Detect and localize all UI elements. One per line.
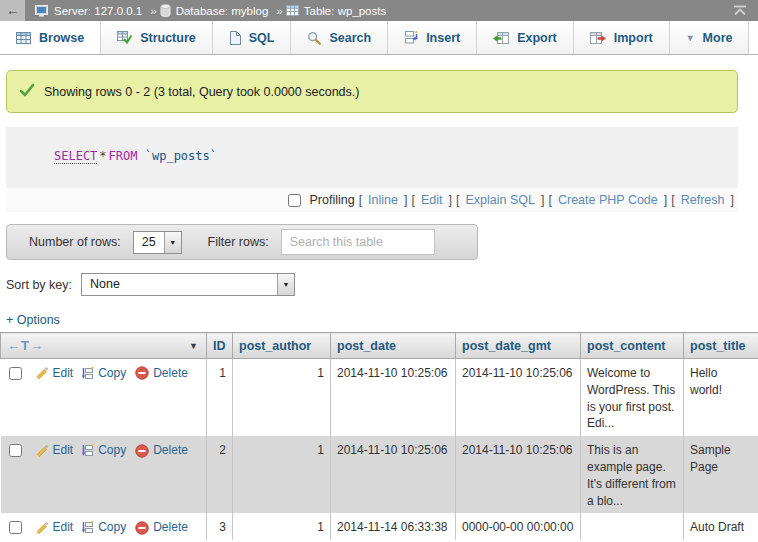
number-of-rows-select[interactable]: 25 ▼	[133, 231, 182, 254]
pencil-icon	[34, 444, 49, 458]
bracket: [	[456, 193, 459, 207]
breadcrumb-database-label: Database: myblog	[176, 5, 269, 17]
bracket: [	[359, 193, 362, 207]
cell-id: 1	[207, 359, 233, 437]
column-header-post-content[interactable]: post_content	[581, 333, 684, 359]
refresh-link[interactable]: Refresh	[681, 193, 725, 207]
bracket: ]	[541, 193, 544, 207]
sql-keyword-select[interactable]: SELECT	[54, 149, 97, 164]
tab-search[interactable]: Search	[291, 21, 388, 54]
tab-more[interactable]: ▼ More	[670, 21, 750, 54]
edit-row-link[interactable]: Edit	[34, 365, 74, 382]
tab-label: Search	[329, 31, 371, 45]
tab-label: Import	[614, 31, 653, 45]
bracket: ]	[731, 193, 734, 207]
profiling-label: Profiling	[309, 193, 354, 207]
rows-control-bar: Number of rows: 25 ▼ Filter rows:	[6, 224, 478, 260]
breadcrumb-server-label: Server: 127.0.0.1	[54, 5, 142, 17]
column-header-post-date[interactable]: post_date	[331, 333, 456, 359]
column-header-post-title[interactable]: post_title	[684, 333, 758, 359]
inline-link[interactable]: Inline	[368, 193, 398, 207]
options-toggle-link[interactable]: + Options	[6, 313, 60, 327]
tab-label: Export	[517, 31, 557, 45]
breadcrumb-server[interactable]: Server: 127.0.0.1	[35, 5, 142, 17]
search-icon	[307, 31, 321, 45]
tab-browse[interactable]: Browse	[0, 21, 101, 54]
insert-icon	[404, 31, 418, 44]
delete-row-link[interactable]: Delete	[135, 442, 188, 459]
breadcrumb-separator: »	[150, 5, 156, 17]
cell-post-date: 2014-11-10 10:25:06	[331, 436, 456, 513]
column-header-id[interactable]: ID	[207, 333, 233, 359]
breadcrumb-table-label: Table: wp_posts	[304, 5, 386, 17]
tab-import[interactable]: Import	[574, 21, 670, 54]
tab-label: SQL	[249, 31, 275, 45]
sql-page-icon	[229, 31, 241, 45]
bracket: [	[671, 193, 674, 207]
row-checkbox[interactable]	[9, 367, 22, 380]
delete-row-link[interactable]: Delete	[135, 365, 188, 382]
cell-post-author: 1	[233, 513, 331, 540]
explain-sql-link[interactable]: Explain SQL	[465, 193, 534, 207]
edit-row-link[interactable]: Edit	[34, 519, 74, 536]
breadcrumb-table[interactable]: Table: wp_posts	[286, 5, 386, 17]
back-arrow-icon[interactable]: ←	[0, 0, 25, 21]
cell-post-date-gmt: 0000-00-00 00:00:00	[456, 513, 581, 540]
header-row: ←T→ ▼ ID post_author post_date post_date…	[1, 333, 758, 359]
table-row: Edit Copy Delete 2 1 2014-11-10 10:25:06…	[1, 436, 758, 513]
cell-id: 3	[207, 513, 233, 540]
structure-icon	[117, 31, 132, 44]
breadcrumb-database[interactable]: Database: myblog	[160, 4, 269, 17]
delete-link-label: Delete	[153, 365, 188, 382]
table-row: Edit Copy Delete 3 1 2014-11-14 06:33:38…	[1, 513, 758, 540]
edit-link-label: Edit	[53, 365, 74, 382]
filter-rows-input[interactable]	[281, 229, 435, 255]
copy-row-link[interactable]: Copy	[82, 519, 126, 536]
tab-insert[interactable]: Insert	[388, 21, 477, 54]
tab-label: Insert	[426, 31, 460, 45]
sql-star: *	[99, 149, 106, 163]
pencil-icon	[34, 521, 49, 535]
cell-post-date: 2014-11-14 06:33:38	[331, 513, 456, 540]
edit-link-label: Edit	[53, 519, 74, 536]
create-php-code-link[interactable]: Create PHP Code	[558, 193, 658, 207]
copy-row-link[interactable]: Copy	[82, 365, 126, 382]
sort-by-key-select[interactable]: None ▼	[81, 273, 295, 296]
tab-export[interactable]: Export	[477, 21, 574, 54]
tab-label: More	[703, 31, 733, 45]
with-selected-caret-icon[interactable]: ▼	[189, 341, 200, 351]
edit-row-link[interactable]: Edit	[34, 442, 74, 459]
cell-post-content	[581, 513, 684, 540]
column-header-post-author[interactable]: post_author	[233, 333, 331, 359]
copy-row-link[interactable]: Copy	[82, 442, 126, 459]
browse-table-icon	[16, 32, 31, 44]
status-message: Showing rows 0 - 2 (3 total, Query took …	[6, 70, 738, 113]
database-icon	[160, 4, 171, 17]
profiling-checkbox[interactable]	[288, 194, 301, 207]
chevron-down-icon: ▼	[164, 232, 181, 253]
sort-by-key-label: Sort by key:	[6, 278, 72, 292]
row-checkbox[interactable]	[9, 444, 22, 457]
number-of-rows-value: 25	[134, 232, 164, 253]
delete-icon	[135, 444, 149, 458]
delete-link-label: Delete	[153, 442, 188, 459]
row-checkbox[interactable]	[9, 521, 22, 534]
sql-keyword-from: FROM	[109, 149, 138, 163]
column-visibility-icon[interactable]: ←T→	[7, 338, 44, 353]
delete-row-link[interactable]: Delete	[135, 519, 188, 536]
sql-query-text: SELECT*FROM `wp_posts`	[6, 127, 738, 188]
cell-post-date-gmt: 2014-11-10 10:25:06	[456, 359, 581, 437]
copy-icon	[82, 521, 94, 534]
tab-sql[interactable]: SQL	[213, 21, 292, 54]
copy-link-label: Copy	[98, 442, 126, 459]
import-icon	[590, 32, 606, 44]
edit-query-link[interactable]: Edit	[421, 193, 443, 207]
delete-icon	[135, 521, 149, 535]
row-actions-cell: Edit Copy Delete	[1, 513, 207, 540]
cell-post-date: 2014-11-10 10:25:06	[331, 359, 456, 437]
server-icon	[35, 5, 49, 17]
collapse-panel-icon[interactable]	[732, 5, 748, 16]
row-actions-cell: Edit Copy Delete	[1, 436, 207, 513]
column-header-post-date-gmt[interactable]: post_date_gmt	[456, 333, 581, 359]
tab-structure[interactable]: Structure	[101, 21, 213, 54]
